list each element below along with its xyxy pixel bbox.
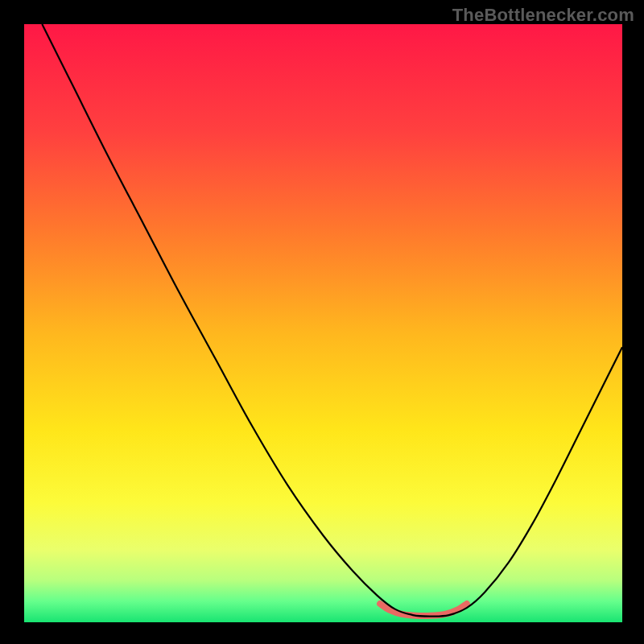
watermark-label: TheBottlenecker.com <box>452 5 634 26</box>
plot-background <box>24 24 622 622</box>
chart-svg <box>0 0 644 644</box>
chart-root: TheBottlenecker.com <box>0 0 644 644</box>
